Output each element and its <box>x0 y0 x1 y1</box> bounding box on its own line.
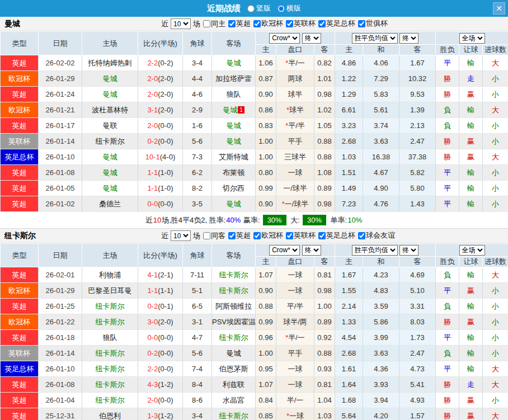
odds-home-cell: 0.90 <box>256 196 276 212</box>
avg-lose-cell: 2.13 <box>399 118 436 134</box>
odds-stage-select[interactable]: 终 <box>302 33 321 44</box>
layout-horizontal-option[interactable]: 横版 <box>277 3 301 13</box>
same-venue-checkbox[interactable] <box>203 232 210 239</box>
match-row: 英超26-01-17曼联2-0(0-0)1-6曼城0.83*平/半1.053.2… <box>1 118 508 134</box>
league-filter-checkbox[interactable] <box>358 232 365 239</box>
league-filter[interactable]: 世俱杯 <box>358 18 388 29</box>
avg-lose-cell: 1.43 <box>399 196 436 212</box>
home-team-cell: 托特纳姆热刺 <box>82 55 138 71</box>
corners-cell: 5-1 <box>183 283 212 299</box>
odds-handicap-cell: 平手 <box>276 346 314 361</box>
league-filter[interactable]: 欧冠杯 <box>253 230 283 240</box>
league-filter-label: 欧冠杯 <box>261 230 283 240</box>
avg-win-cell: 6.61 <box>335 102 363 118</box>
halftime-score: (0-1) <box>158 302 173 310</box>
scope-select[interactable]: 全场 <box>459 33 485 44</box>
fulltime-score: 1-1 <box>147 184 158 192</box>
vertical-radio[interactable] <box>247 5 255 12</box>
odds-stage-select[interactable]: 终 <box>302 245 321 256</box>
horizontal-radio[interactable] <box>277 5 285 12</box>
match-row: 英超26-01-02桑德兰0-0(0-0)3-5曼城0.90*一/球半0.987… <box>1 196 508 212</box>
result-handicap-cell: 輸 <box>459 196 483 212</box>
avg-stage-select[interactable]: 终 <box>399 245 418 256</box>
layout-vertical-option[interactable]: 竖版 <box>247 3 271 13</box>
team-name: 阿斯顿维拉 <box>215 302 252 310</box>
result-wdl-cell: 勝 <box>436 393 459 408</box>
odds-company-select[interactable]: Crow* <box>269 245 300 256</box>
close-button[interactable]: ✕ <box>493 2 505 15</box>
league-filter[interactable]: 英超 <box>228 230 251 240</box>
team-name: PSV埃因霍温 <box>212 318 256 326</box>
avg-select[interactable]: 胜平负均值 <box>352 33 398 44</box>
result-handicap-cell: 輸 <box>459 181 483 196</box>
team-name: 艾斯特城 <box>219 153 248 161</box>
away-team-cell: 艾斯特城 <box>212 149 256 165</box>
same-venue-filter[interactable]: 同客 <box>203 231 225 241</box>
match-count-select[interactable]: 10 <box>171 230 191 241</box>
match-date: 26-01-04 <box>39 393 82 408</box>
league-filter-checkbox[interactable] <box>318 20 326 27</box>
match-row: 英超26-02-02托特纳姆热刺2-2(0-2)3-4曼城1.06*半/一0.8… <box>1 55 508 71</box>
result-wdl-cell: 負 <box>436 267 459 283</box>
scope-select[interactable]: 全场 <box>459 245 485 256</box>
corners-cell: 1-6 <box>183 118 212 134</box>
match-count-select[interactable]: 10 <box>171 18 191 29</box>
away-team-cell: 纽卡斯尔 <box>212 330 256 346</box>
fulltime-score: 0-2 <box>147 137 158 145</box>
home-team-cell: 伯恩利 <box>82 408 138 420</box>
league-filter-checkbox[interactable] <box>358 20 365 27</box>
league-filter-checkbox[interactable] <box>228 232 236 239</box>
matches-table: 类型 日期 主场 比分(半场) 角球 客场 Crow* 终 胜平负均值 终 全场 <box>0 243 508 420</box>
fulltime-score: 0-0 <box>147 333 158 342</box>
col-score-header: 比分(半场) <box>138 32 183 55</box>
result-wdl-cell: 平 <box>436 283 459 299</box>
avg-lose-cell: 5.80 <box>399 181 436 196</box>
league-filter[interactable]: 球会友谊 <box>358 230 395 240</box>
match-row: 英超25-12-31伯恩利1-3(1-2)3-4纽卡斯尔0.85*一球1.035… <box>1 408 508 420</box>
home-team-cell: 波杜基林特 <box>82 102 138 118</box>
avg-draw-cell: 5.61 <box>363 102 399 118</box>
league-filter-checkbox[interactable] <box>318 232 326 239</box>
league-filter[interactable]: 英足总杯 <box>318 230 355 240</box>
avg-win-cell: 1.55 <box>335 283 363 299</box>
avg-win-cell: 3.23 <box>335 118 363 134</box>
avg-win-cell: 2.14 <box>335 299 363 314</box>
odds-company-select[interactable]: Crow* <box>269 33 300 44</box>
handicap-star: * <box>285 121 288 130</box>
match-date: 26-02-01 <box>39 267 82 283</box>
league-filter[interactable]: 英联杯 <box>286 18 316 29</box>
same-venue-checkbox[interactable] <box>203 20 210 27</box>
avg-stage-select[interactable]: 终 <box>399 33 418 44</box>
league-filter[interactable]: 英超 <box>228 18 251 29</box>
score-cell: 4-3(1-2) <box>138 377 183 393</box>
match-date: 26-01-17 <box>39 118 82 134</box>
team-name: 托特纳姆热刺 <box>88 59 132 67</box>
fulltime-score: 0-0 <box>147 200 158 208</box>
league-filter-checkbox[interactable] <box>286 20 293 27</box>
odds-handicap-cell: 一球 <box>276 361 314 377</box>
team-name: 狼队 <box>227 90 241 98</box>
avg-lose-cell: 2.47 <box>399 346 436 361</box>
col-corner-header: 角球 <box>183 244 212 267</box>
league-filter-checkbox[interactable] <box>253 20 261 27</box>
odds-away-cell: 1.04 <box>314 393 335 408</box>
col-date-header: 日期 <box>39 244 82 267</box>
avg-select[interactable]: 胜平负均值 <box>352 245 398 256</box>
same-venue-filter[interactable]: 同主 <box>203 19 225 29</box>
result-handicap-cell: 輸 <box>459 165 483 181</box>
home-team-cell: 巴黎圣日耳曼 <box>82 283 138 299</box>
away-team-cell: 切尔西 <box>212 181 256 196</box>
home-team-cell: 利物浦 <box>82 267 138 283</box>
league-filter[interactable]: 英足总杯 <box>318 18 355 29</box>
league-badge: 英超 <box>1 377 39 393</box>
league-filter-checkbox[interactable] <box>228 20 236 27</box>
league-filter-checkbox[interactable] <box>253 232 261 239</box>
odds-handicap-cell: 一球 <box>276 267 314 283</box>
league-filter[interactable]: 欧冠杯 <box>253 18 283 29</box>
summary-row: 近10场,胜4平4负2, 胜率:40% 赢率:30% 大:30% 单率:10% <box>0 212 508 229</box>
league-filter[interactable]: 英联杯 <box>286 230 316 240</box>
sub-avg-win-header: 主 <box>335 45 363 55</box>
halftime-score: (4-0) <box>160 153 175 161</box>
fulltime-score: 4-1 <box>147 271 158 279</box>
league-filter-checkbox[interactable] <box>286 232 293 239</box>
